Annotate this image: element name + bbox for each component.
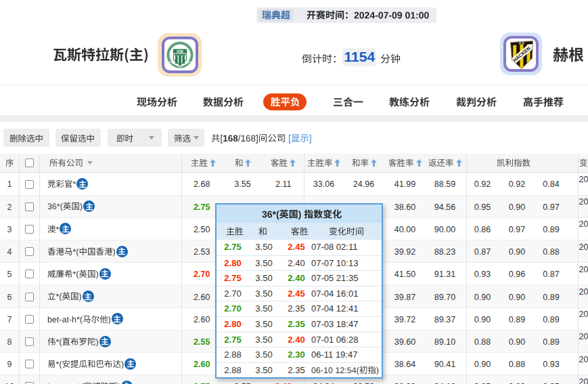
- svg-text:B-K: B-K: [518, 42, 524, 45]
- svg-text:VSK: VSK: [176, 49, 183, 53]
